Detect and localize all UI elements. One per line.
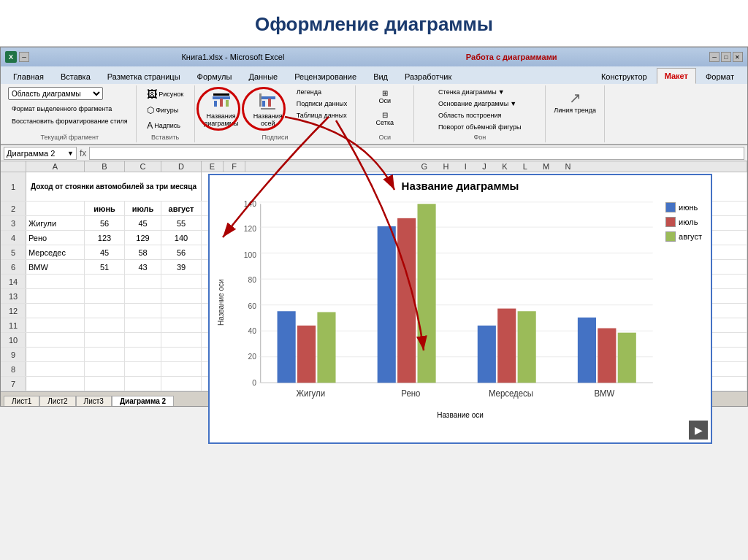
- name-box-dropdown[interactable]: ▼: [67, 150, 74, 157]
- cell-d3[interactable]: 55: [161, 216, 202, 230]
- cell-a14[interactable]: [26, 275, 85, 288]
- axis-titles-btn[interactable]: Названияосей: [246, 87, 290, 129]
- cell-d8[interactable]: [161, 362, 202, 376]
- cell-c6[interactable]: 43: [125, 260, 161, 274]
- cell-c8[interactable]: [125, 362, 161, 376]
- format-selected-btn[interactable]: Формат выделенного фрагмента: [8, 104, 115, 114]
- axes-btn[interactable]: ⊞ Оси: [370, 87, 400, 107]
- cell-a10[interactable]: [26, 333, 85, 347]
- sheet-tab-2[interactable]: Лист2: [39, 396, 75, 406]
- cell-c7[interactable]: [125, 377, 161, 391]
- cell-b2[interactable]: июнь: [85, 202, 125, 215]
- nav-arrow-btn[interactable]: ▶: [689, 421, 708, 440]
- background-label: Фон: [473, 132, 486, 141]
- cell-a4[interactable]: Рено: [26, 231, 85, 245]
- chart-floor-btn[interactable]: Основание диаграммы ▼: [435, 99, 520, 109]
- cell-c13[interactable]: [125, 289, 161, 303]
- cell-a11[interactable]: [26, 318, 85, 332]
- cell-c5[interactable]: 58: [125, 245, 161, 259]
- cell-a2[interactable]: [26, 202, 85, 215]
- cell-b9[interactable]: [85, 348, 125, 361]
- cell-b5[interactable]: 45: [85, 245, 125, 259]
- cell-b8[interactable]: [85, 362, 125, 376]
- tab-insert[interactable]: Вставка: [53, 68, 99, 84]
- legend-btn[interactable]: Легенда: [293, 87, 351, 97]
- cell-d6[interactable]: 39: [161, 260, 202, 274]
- axes-content: ⊞ Оси ⊟ Сетка: [370, 87, 400, 132]
- cell-b3[interactable]: 56: [85, 216, 125, 230]
- formula-input[interactable]: [89, 147, 744, 160]
- cell-c14[interactable]: [125, 275, 161, 288]
- cell-b13[interactable]: [85, 289, 125, 303]
- cell-b14[interactable]: [85, 275, 125, 288]
- cell-a8[interactable]: [26, 362, 85, 376]
- tab-review[interactable]: Рецензирование: [286, 68, 365, 84]
- minimize-btn[interactable]: ─: [19, 52, 29, 62]
- trendline-btn[interactable]: ↗ Линия тренда: [550, 87, 600, 116]
- chart-wall-btn[interactable]: Стенка диаграммы ▼: [435, 87, 508, 97]
- data-table-btn[interactable]: Таблица данных: [293, 110, 351, 120]
- cell-c9[interactable]: [125, 348, 161, 361]
- grid-icon: ⊟: [382, 111, 388, 119]
- cell-a12[interactable]: [26, 304, 85, 318]
- cell-d12[interactable]: [161, 304, 202, 318]
- cell-a13[interactable]: [26, 289, 85, 303]
- tab-view[interactable]: Вид: [365, 68, 396, 84]
- cell-b10[interactable]: [85, 333, 125, 347]
- sheet-tab-3[interactable]: Лист3: [76, 396, 112, 406]
- axis-titles-icon: [256, 89, 280, 112]
- shapes-btn[interactable]: ⬡ Фигуры: [143, 104, 182, 117]
- cell-b12[interactable]: [85, 304, 125, 318]
- grid-btn[interactable]: ⊟ Сетка: [370, 109, 400, 129]
- cell-a7[interactable]: [26, 377, 85, 391]
- maximize-window-btn[interactable]: □: [721, 52, 731, 62]
- plot-area-btn[interactable]: Область построения: [435, 110, 505, 120]
- cell-a6[interactable]: BMW: [26, 260, 85, 274]
- restore-format-btn[interactable]: Восстановить форматирование стиля: [8, 116, 131, 126]
- cell-c4[interactable]: 129: [125, 231, 161, 245]
- area-select[interactable]: Область диаграммы: [8, 87, 103, 100]
- cell-d14[interactable]: [161, 275, 202, 288]
- tab-constructor[interactable]: Конструктор: [593, 68, 655, 84]
- sheet-tab-diagram[interactable]: Диаграмма 2: [112, 396, 174, 406]
- minimize-window-btn[interactable]: ─: [709, 52, 720, 62]
- tab-developer[interactable]: Разработчик: [397, 68, 459, 84]
- rotate-3d-btn[interactable]: Поворот объёмной фигуры: [435, 122, 524, 132]
- cell-b6[interactable]: 51: [85, 260, 125, 274]
- text-btn[interactable]: A Надпись: [143, 119, 184, 132]
- cell-d7[interactable]: [161, 377, 202, 391]
- tab-formulas[interactable]: Формулы: [189, 68, 240, 84]
- tab-data[interactable]: Данные: [240, 68, 286, 84]
- close-window-btn[interactable]: ✕: [733, 52, 743, 62]
- cell-d10[interactable]: [161, 333, 202, 347]
- cell-b11[interactable]: [85, 318, 125, 332]
- tab-home[interactable]: Главная: [5, 68, 52, 84]
- cell-a9[interactable]: [26, 348, 85, 361]
- tab-layout[interactable]: Макет: [657, 68, 696, 84]
- header-june: июнь: [94, 204, 115, 213]
- cell-c12[interactable]: [125, 304, 161, 318]
- data-labels-btn[interactable]: Подписи данных: [293, 99, 351, 109]
- tab-format[interactable]: Формат: [698, 68, 742, 84]
- name-box[interactable]: Диаграмма 2 ▼: [4, 147, 77, 160]
- tab-pagelayout[interactable]: Разметка страницы: [99, 68, 188, 84]
- sheet-tab-1[interactable]: Лист1: [4, 396, 39, 406]
- cell-d9[interactable]: [161, 348, 202, 361]
- cell-c11[interactable]: [125, 318, 161, 332]
- cell-c10[interactable]: [125, 333, 161, 347]
- cell-d4[interactable]: 140: [161, 231, 202, 245]
- cell-b4[interactable]: 123: [85, 231, 125, 245]
- cell-c3[interactable]: 45: [125, 216, 161, 230]
- cell-a3[interactable]: Жигули: [26, 216, 85, 230]
- cell-d5[interactable]: 56: [161, 245, 202, 259]
- cell-d2[interactable]: август: [161, 202, 202, 215]
- cell-a5[interactable]: Мерседес: [26, 245, 85, 259]
- cell-a1[interactable]: Доход от стоянки автомобилей за три меся…: [26, 172, 202, 201]
- cell-d11[interactable]: [161, 318, 202, 332]
- chart-title-btn[interactable]: Названиядиаграммы: [199, 87, 243, 129]
- cell-c2[interactable]: июль: [125, 202, 161, 215]
- cell-d13[interactable]: [161, 289, 202, 303]
- cell-b7[interactable]: [85, 377, 125, 391]
- row-header-2: 2: [1, 202, 26, 215]
- picture-btn[interactable]: 🖼 Рисунок: [143, 87, 187, 101]
